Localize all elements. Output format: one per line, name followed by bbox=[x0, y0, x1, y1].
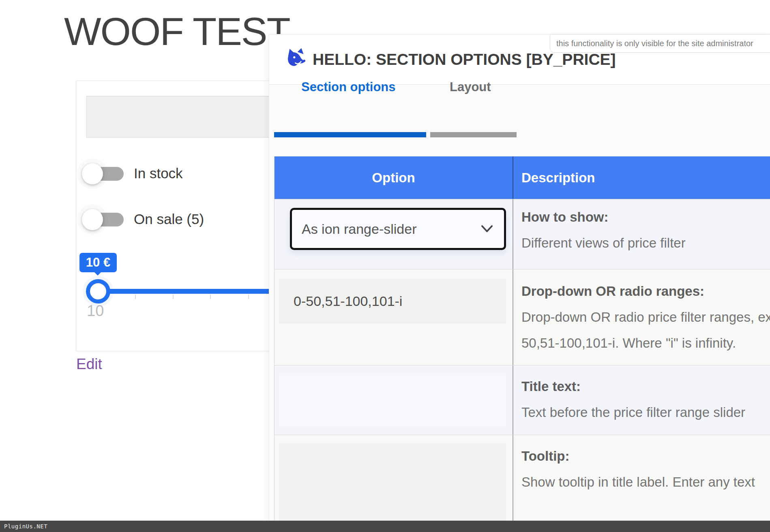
desc-text: Show tooltip in title label. Enter any t… bbox=[521, 469, 770, 495]
how-to-show-select[interactable]: As ion range-slider bbox=[290, 208, 506, 250]
column-header-option: Option bbox=[275, 156, 513, 199]
desc-text: Drop-down OR radio price filter ranges, … bbox=[521, 304, 770, 330]
section-options-modal: HELLO: SECTION OPTIONS [BY_PRICE] Sectio… bbox=[269, 34, 770, 521]
price-value-badge: 10 € bbox=[79, 253, 117, 272]
price-badge-pointer bbox=[94, 272, 101, 276]
price-slider-track[interactable] bbox=[98, 289, 269, 294]
desc-title: How to show: bbox=[521, 204, 770, 230]
tooltip-textarea[interactable] bbox=[279, 443, 506, 521]
desc-title: Tooltip: bbox=[521, 443, 770, 469]
how-to-show-select-value: As ion range-slider bbox=[292, 221, 416, 237]
table-row: As ion range-slider How to show: Differe… bbox=[275, 199, 770, 269]
slider-tick bbox=[248, 295, 249, 299]
toggle-in-stock-label: In stock bbox=[134, 165, 183, 182]
tab-section-options[interactable]: Section options bbox=[301, 80, 396, 94]
ranges-input-value: 0-50,51-100,101-i bbox=[279, 293, 402, 309]
admin-only-note: this functionality is only visible for t… bbox=[550, 34, 770, 53]
chevron-down-icon bbox=[481, 225, 493, 233]
price-min-label: 10 bbox=[87, 302, 104, 320]
desc-title: Drop-down OR radio ranges: bbox=[521, 278, 770, 304]
toggle-on-sale-label: On sale (5) bbox=[134, 211, 204, 227]
ranges-text-input[interactable]: 0-50,51-100,101-i bbox=[279, 279, 506, 323]
table-row: 0-50,51-100,101-i Drop-down OR radio ran… bbox=[275, 269, 770, 365]
tab-indicator-active[interactable] bbox=[274, 132, 426, 137]
desc-text: Text before the price filter range slide… bbox=[521, 400, 770, 425]
slider-tick bbox=[210, 295, 211, 299]
desc-title: Title text: bbox=[521, 374, 770, 400]
table-row: Tooltip: Show tooltip in title label. En… bbox=[275, 435, 770, 521]
tab-layout[interactable]: Layout bbox=[450, 80, 491, 94]
page: WOOF TEST In stock On sale (5) 10 € 10 E… bbox=[0, 0, 770, 532]
slider-tick bbox=[173, 295, 174, 299]
options-table: Option Description As ion range-slider H… bbox=[274, 156, 770, 521]
desc-text: Different views of price filter bbox=[521, 230, 770, 256]
edit-link[interactable]: Edit bbox=[76, 356, 102, 373]
table-header-row: Option Description bbox=[275, 156, 770, 199]
toggle-on-sale-knob[interactable] bbox=[82, 209, 103, 230]
slider-tick bbox=[135, 295, 136, 299]
table-row: Title text: Text before the price filter… bbox=[275, 365, 770, 435]
column-header-description: Description bbox=[513, 156, 770, 199]
page-title: WOOF TEST bbox=[64, 9, 290, 54]
toggle-in-stock-knob[interactable] bbox=[82, 163, 103, 184]
desc-text: 50,51-100,101-i. Where "i" is infinity. bbox=[521, 330, 770, 356]
title-text-input[interactable] bbox=[279, 376, 506, 425]
footer-watermark: PluginUs.NET bbox=[0, 523, 47, 530]
price-slider-handle[interactable] bbox=[86, 279, 110, 303]
tab-indicator-inactive[interactable] bbox=[430, 132, 517, 137]
footer-bar: PluginUs.NET bbox=[0, 521, 770, 532]
husky-logo-icon bbox=[285, 47, 308, 70]
